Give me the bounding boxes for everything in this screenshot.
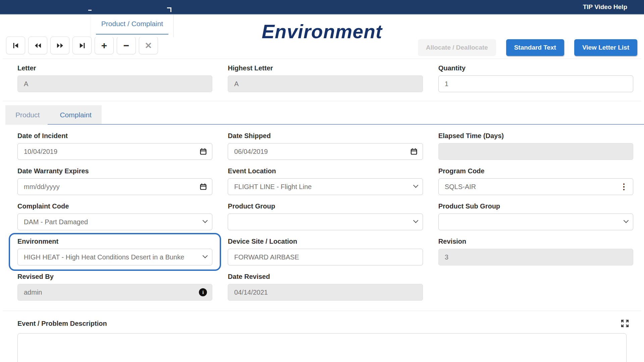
event-location-label: Event Location <box>228 167 423 175</box>
quantity-input[interactable] <box>438 75 633 92</box>
date-shipped-label: Date Shipped <box>228 132 423 140</box>
top-navbar: TIP Video Help <box>0 0 644 14</box>
letter-input <box>17 75 212 92</box>
add-record-button[interactable]: + <box>95 37 114 54</box>
plus-icon: + <box>101 41 107 51</box>
revision-label: Revision <box>438 238 633 245</box>
revision-field: Revision <box>438 230 633 265</box>
environment-label: Environment <box>17 238 212 245</box>
environment-value: HIGH HEAT - High Heat Conditions Desert … <box>24 253 184 261</box>
device-site-input[interactable] <box>228 249 423 265</box>
info-icon[interactable]: i <box>199 288 207 296</box>
event-location-select[interactable]: FLIGHT LINE - Flight Line <box>228 178 423 195</box>
date-shipped-field: Date Shipped <box>228 125 423 160</box>
tab-bar: Product Complaint <box>0 105 644 125</box>
date-revised-field: Date Revised <box>228 265 423 301</box>
chevron-down-icon <box>414 220 418 224</box>
date-warranty-expires-field: Date Warranty Expires <box>17 160 212 195</box>
calendar-icon[interactable] <box>200 183 207 190</box>
description-header: Event / Problem Description <box>0 319 644 328</box>
environment-select[interactable]: HIGH HEAT - High Heat Conditions Desert … <box>17 249 212 265</box>
revision-input <box>438 249 633 265</box>
date-revised-input <box>228 284 423 301</box>
product-sub-group-label: Product Sub Group <box>438 202 633 210</box>
action-buttons: Allocate / Deallocate Standard Text View… <box>418 39 637 56</box>
date-warranty-expires-input[interactable] <box>17 178 212 195</box>
minus-icon: − <box>123 41 129 51</box>
elapsed-time-input <box>438 143 633 160</box>
tab-active-underline <box>48 124 644 125</box>
expand-icon[interactable] <box>621 319 629 328</box>
calendar-icon[interactable] <box>200 148 207 155</box>
date-of-incident-field: Date of Incident <box>17 125 212 160</box>
product-sub-group-field: Product Sub Group <box>438 195 633 230</box>
quantity-field: Quantity <box>438 59 633 92</box>
device-site-field: Device Site / Location <box>228 230 423 265</box>
kebab-menu-icon[interactable]: ⋮ <box>620 183 628 191</box>
section-divider <box>3 311 641 311</box>
calendar-icon[interactable] <box>410 148 418 155</box>
first-record-button[interactable] <box>6 37 25 54</box>
previous-record-button[interactable] <box>28 37 47 54</box>
complaint-code-select[interactable]: DAM - Part Damaged <box>17 214 212 230</box>
date-of-incident-input[interactable] <box>17 143 212 160</box>
revised-by-field: Revised By i <box>17 265 212 301</box>
chevron-down-icon <box>624 220 628 224</box>
product-sub-group-select[interactable] <box>438 214 633 230</box>
event-location-value: FLIGHT LINE - Flight Line <box>234 183 312 191</box>
skip-last-icon <box>78 42 86 50</box>
standard-text-button[interactable]: Standard Text <box>506 39 564 56</box>
date-of-incident-label: Date of Incident <box>17 132 212 140</box>
product-group-field: Product Group <box>228 195 423 230</box>
program-code-field: Program Code ⋮ <box>438 160 633 195</box>
menu-item-product-complaint[interactable]: Product / Complaint <box>91 14 174 37</box>
last-record-button[interactable] <box>72 37 92 54</box>
product-group-select[interactable] <box>228 214 423 230</box>
form-row-3: Complaint Code DAM - Part Damaged Produc… <box>0 195 644 230</box>
empty-cell <box>438 265 633 301</box>
window-artifact <box>88 10 92 11</box>
skip-first-icon <box>12 42 20 50</box>
next-record-button[interactable] <box>50 37 69 54</box>
window-artifact <box>170 7 171 12</box>
highest-letter-field: Highest Letter <box>228 59 423 92</box>
tip-video-help-link[interactable]: TIP Video Help <box>583 0 627 14</box>
chevron-down-icon <box>414 185 418 189</box>
menu-item-label: Product / Complaint <box>101 20 163 28</box>
letter-label: Letter <box>17 64 212 72</box>
program-code-label: Program Code <box>438 167 633 175</box>
close-icon: ✕ <box>145 41 152 50</box>
complaint-code-label: Complaint Code <box>17 202 212 210</box>
date-shipped-input[interactable] <box>228 143 423 160</box>
letter-section: Letter Highest Letter Quantity <box>3 59 641 101</box>
view-letter-list-button[interactable]: View Letter List <box>574 39 637 56</box>
description-label: Event / Problem Description <box>17 320 107 327</box>
program-code-input[interactable] <box>438 178 633 195</box>
tab-product[interactable]: Product <box>5 105 50 125</box>
form-row-4: Environment HIGH HEAT - High Heat Condit… <box>0 230 644 265</box>
quantity-label: Quantity <box>438 64 633 72</box>
allocate-deallocate-button[interactable]: Allocate / Deallocate <box>418 39 496 56</box>
form-row-2: Date Warranty Expires Event Location FLI… <box>0 160 644 195</box>
delete-record-button[interactable]: − <box>117 37 136 54</box>
form-row-1: Date of Incident Date Shipped <box>0 125 644 160</box>
elapsed-time-field: Elapsed Time (Days) <box>438 125 633 160</box>
chevron-down-icon <box>203 255 207 259</box>
chevron-down-icon <box>203 220 207 224</box>
record-nav-toolbar: + − ✕ <box>6 37 158 54</box>
menu-item-underline <box>96 34 168 35</box>
letter-field: Letter <box>17 59 212 92</box>
highest-letter-input <box>228 75 423 92</box>
product-group-label: Product Group <box>228 202 423 210</box>
date-warranty-expires-label: Date Warranty Expires <box>17 167 212 175</box>
highest-letter-label: Highest Letter <box>228 64 423 72</box>
elapsed-time-label: Elapsed Time (Days) <box>438 132 633 140</box>
fast-forward-icon <box>56 42 64 50</box>
date-revised-label: Date Revised <box>228 273 423 281</box>
complaint-code-value: DAM - Part Damaged <box>24 218 88 226</box>
tab-complaint[interactable]: Complaint <box>50 105 102 125</box>
cancel-button[interactable]: ✕ <box>139 37 158 54</box>
tab-strip: Product Complaint <box>5 105 102 125</box>
event-problem-description-textarea[interactable] <box>17 333 627 362</box>
environment-field-highlighted: Environment HIGH HEAT - High Heat Condit… <box>17 230 212 265</box>
